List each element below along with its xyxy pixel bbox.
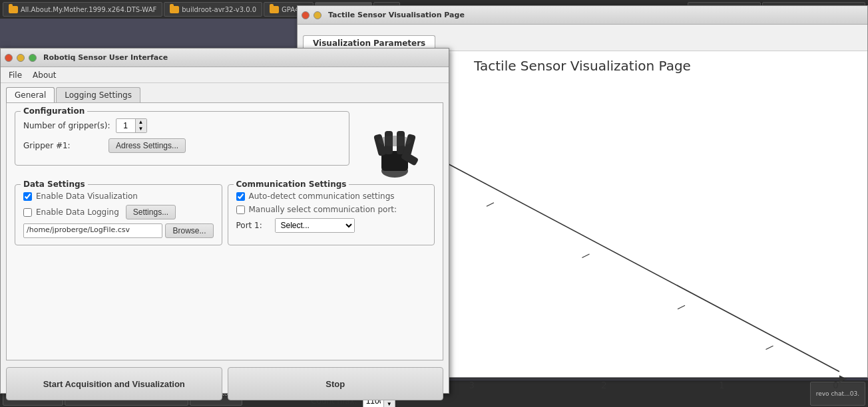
port-select[interactable]: Select... COM1 COM2 /dev/ttyS0 /dev/ttyU… [276, 219, 354, 232]
menubar: File About [1, 67, 449, 83]
viz-tab-bar: Visualization Parameters [298, 25, 867, 51]
svg-text:3: 3 [469, 380, 475, 390]
data-settings-section: Data Settings Enable Data Visualization … [15, 184, 222, 245]
folder-icon-3 [270, 6, 279, 13]
port-select-combo[interactable]: Select... COM1 COM2 /dev/ttyS0 /dev/ttyU… [275, 218, 355, 233]
app-titlebar: Robotiq Sensor User Interface [1, 49, 449, 67]
taskbar-label-2: buildroot-avr32-v3.0.0 [182, 6, 256, 13]
num-grippers-spinner[interactable]: ▲ ▼ [135, 119, 146, 132]
stop-btn[interactable]: Stop [228, 367, 444, 400]
menu-about[interactable]: About [27, 69, 61, 81]
configuration-label: Configuration [21, 106, 87, 116]
settings-columns: Data Settings Enable Data Visualization … [15, 184, 435, 253]
file-path-display: /home/jproberge/LogFile.csv [23, 223, 162, 238]
menu-file[interactable]: File [3, 69, 27, 81]
port-label: Port 1: [236, 221, 270, 230]
viz-titlebar: Tactile Sensor Visualisation Page [298, 6, 867, 25]
app-close-btn[interactable] [5, 54, 13, 62]
num-grippers-up[interactable]: ▲ [136, 119, 146, 126]
viz-window-title: Tactile Sensor Visualisation Page [328, 11, 465, 19]
logging-settings-btn[interactable]: Settings... [126, 205, 176, 219]
enable-viz-row: Enable Data Visualization [23, 192, 214, 201]
robotiq-window: Robotiq Sensor User Interface File About… [0, 48, 449, 394]
file-row: /home/jproberge/LogFile.csv Browse... [23, 223, 214, 238]
svg-line-18 [766, 346, 773, 350]
auto-detect-row: Auto-detect communication settings [236, 192, 427, 201]
enable-viz-checkbox[interactable] [23, 192, 32, 201]
taskbar-item-2[interactable]: buildroot-avr32-v3.0.0 [164, 2, 262, 17]
svg-text:2: 2 [601, 380, 606, 390]
enable-logging-checkbox[interactable] [23, 208, 32, 217]
folder-icon-1 [9, 6, 18, 13]
num-grippers-down[interactable]: ▼ [136, 126, 146, 132]
viz-minimize-btn[interactable] [314, 11, 322, 19]
gripper-image-container [355, 118, 435, 184]
svg-line-15 [487, 203, 494, 207]
auto-detect-checkbox[interactable] [236, 192, 245, 201]
svg-marker-24 [839, 375, 847, 382]
num-grippers-spinner-group[interactable]: ▲ ▼ [116, 118, 147, 133]
tab-logging[interactable]: Logging Settings [56, 87, 140, 102]
manual-select-row: Manually select communication port: [236, 205, 427, 214]
svg-point-33 [378, 136, 411, 146]
enable-viz-label: Enable Data Visualization [36, 192, 138, 201]
svg-line-17 [678, 305, 685, 309]
num-grippers-row: Number of gripper(s): ▲ ▼ [23, 118, 341, 133]
gripper-image [361, 121, 428, 181]
bottom-buttons: Start Acquisition and Visualization Stop [1, 360, 449, 407]
svg-line-16 [582, 254, 589, 258]
browse-btn[interactable]: Browse... [165, 223, 213, 238]
comm-settings-label: Communication Settings [234, 180, 349, 189]
folder-icon-2 [170, 6, 179, 13]
app-maximize-btn[interactable] [29, 54, 37, 62]
auto-detect-label: Auto-detect communication settings [249, 192, 395, 201]
configuration-section: Configuration Number of gripper(s): ▲ ▼ [15, 111, 349, 166]
start-acquisition-btn[interactable]: Start Acquisition and Visualization [6, 367, 222, 400]
gripper1-row: Gripper #1: Adress Settings... [23, 138, 341, 153]
svg-text:0: 0 [833, 380, 838, 390]
gripper1-label: Gripper #1: [23, 141, 103, 150]
app-minimize-btn[interactable] [17, 54, 25, 62]
manual-select-label: Manually select communication port: [249, 205, 397, 214]
enable-logging-row: Enable Data Logging Settings... [23, 205, 214, 219]
viz-close-btn[interactable] [302, 11, 310, 19]
tab-bar: General Logging Settings [1, 83, 449, 102]
enable-logging-label: Enable Data Logging [36, 207, 119, 217]
app-window-title: Robotiq Sensor User Interface [43, 53, 168, 62]
tab-general[interactable]: General [6, 87, 55, 102]
tab-content: Configuration Number of gripper(s): ▲ ▼ [6, 102, 443, 360]
manual-select-checkbox[interactable] [236, 205, 245, 214]
port-row: Port 1: Select... COM1 COM2 /dev/ttyS0 /… [236, 218, 427, 233]
comm-settings-section: Communication Settings Auto-detect commu… [228, 184, 435, 245]
data-settings-label: Data Settings [21, 180, 88, 189]
num-grippers-label: Number of gripper(s): [23, 121, 110, 130]
num-grippers-input[interactable] [116, 121, 135, 130]
taskbar-item-1[interactable]: All.About.My.Mother.1999.x264.DTS-WAF [3, 2, 162, 17]
address-settings-btn[interactable]: Adress Settings... [108, 138, 186, 153]
taskbar-label-1: All.About.My.Mother.1999.x264.DTS-WAF [21, 6, 156, 13]
svg-text:1: 1 [719, 380, 724, 390]
